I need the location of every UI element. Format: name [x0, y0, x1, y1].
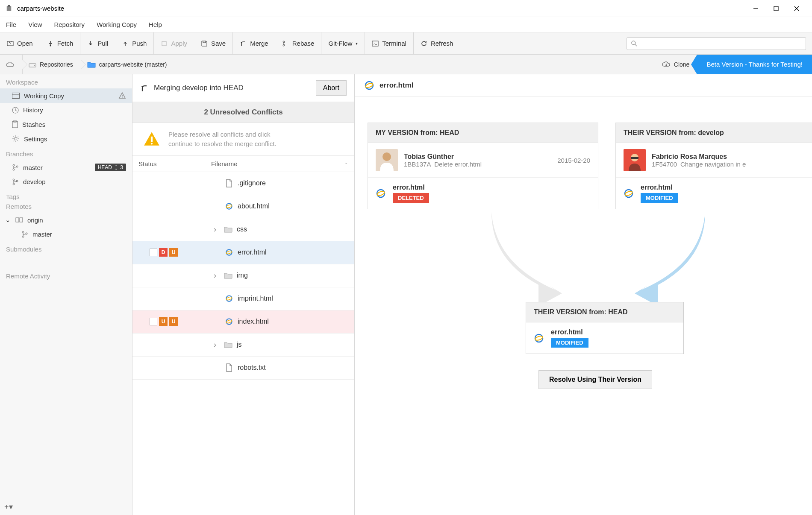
apply-button[interactable]: Apply — [154, 32, 194, 54]
sidebar-item-settings[interactable]: Settings — [0, 132, 132, 146]
compare-area: MY VERSION from: HEAD Tobias Günther 1BB… — [355, 97, 812, 515]
sidebar-item-stashes[interactable]: Stashes — [0, 117, 132, 132]
their-version-commit[interactable]: Fabricio Rosa Marques 1F54700 Change nav… — [616, 143, 812, 178]
ie-icon — [376, 188, 386, 199]
file-row[interactable]: js — [132, 334, 354, 357]
menu-working-copy[interactable]: Working Copy — [97, 21, 137, 28]
chevron-down-icon[interactable]: ⌄ — [5, 216, 11, 224]
svg-point-23 — [15, 138, 17, 140]
file-row[interactable]: DUerror.html — [132, 241, 354, 264]
ie-icon — [225, 294, 233, 303]
sidebar-item-history[interactable]: History — [0, 103, 132, 117]
toolbar-search — [621, 32, 812, 54]
checkbox[interactable] — [150, 249, 157, 256]
clock-icon — [12, 107, 19, 114]
svg-point-10 — [283, 44, 285, 46]
gitflow-button[interactable]: Git-Flow▾ — [321, 32, 365, 54]
menu-file[interactable]: File — [6, 21, 16, 28]
file-name: index.html — [238, 318, 269, 325]
modified-badge: MODIFIED — [641, 193, 678, 203]
svg-point-15 — [34, 65, 35, 66]
svg-rect-3 — [774, 6, 778, 11]
sidebar-branch-develop[interactable]: develop — [0, 175, 132, 189]
sidebar-remote-origin[interactable]: ⌄origin — [0, 213, 132, 227]
th-filename[interactable]: Filename⌄ — [205, 156, 354, 172]
svg-rect-0 — [7, 6, 12, 11]
sidebar: Workspace Working Copy History Stashes S… — [0, 74, 132, 515]
file-name: robots.txt — [238, 364, 266, 372]
menu-help[interactable]: Help — [149, 21, 162, 28]
rebase-button[interactable]: Rebase — [275, 32, 322, 54]
file-icon — [225, 363, 233, 372]
clone-button[interactable]: Clone — [654, 55, 697, 74]
svg-point-48 — [382, 152, 391, 161]
file-row[interactable]: css — [132, 218, 354, 241]
open-button[interactable]: Open — [0, 32, 40, 54]
file-row[interactable]: imprint.html — [132, 287, 354, 310]
sidebar-section-tags: Tags — [0, 189, 132, 203]
push-button[interactable]: Push — [115, 32, 154, 54]
crumb-cloud[interactable] — [0, 55, 23, 74]
file-name: imprint.html — [238, 295, 273, 302]
checkbox[interactable] — [150, 318, 157, 325]
merge-button[interactable]: Merge — [233, 32, 275, 54]
th-status[interactable]: Status — [132, 156, 205, 172]
menu-view[interactable]: View — [28, 21, 42, 28]
file-row[interactable]: .gitignore — [132, 172, 354, 195]
head-badge: HEAD⭥ 3 — [95, 164, 126, 171]
search-box[interactable] — [627, 37, 806, 50]
sidebar-branch-master[interactable]: master HEAD⭥ 3 — [0, 160, 132, 175]
fetch-button[interactable]: Fetch — [40, 32, 81, 54]
add-button[interactable]: +▾ — [4, 502, 13, 512]
file-row[interactable]: about.html — [132, 195, 354, 218]
folder-icon — [224, 340, 232, 349]
menu-repository[interactable]: Repository — [54, 21, 85, 28]
crumb-project[interactable]: carparts-website (master) — [81, 55, 175, 74]
pull-button[interactable]: Pull — [80, 32, 115, 54]
beta-banner: Beta Version - Thanks for Testing! — [697, 55, 812, 74]
file-name: error.html — [238, 249, 267, 256]
result-card: THEIR VERSION from: HEAD error.htmlMODIF… — [526, 302, 684, 354]
svg-point-32 — [22, 231, 24, 233]
sidebar-item-working-copy[interactable]: Working Copy — [0, 88, 132, 103]
status-chip: U — [159, 317, 168, 326]
arrow-left — [474, 212, 568, 315]
terminal-button[interactable]: Terminal — [365, 32, 414, 54]
file-row[interactable]: UUindex.html — [132, 310, 354, 334]
file-name: .gitignore — [238, 179, 266, 187]
conflicts-banner: 2 Unresolved Conflicts — [132, 102, 354, 123]
their-author: Fabricio Rosa Marques — [652, 153, 812, 161]
fetch-icon — [47, 40, 54, 47]
ie-icon — [364, 80, 374, 91]
search-input[interactable] — [641, 40, 801, 47]
my-version-commit[interactable]: Tobias Günther 1BB137A Delete error.html… — [368, 143, 598, 178]
chevron-down-icon: ▾ — [356, 41, 358, 46]
pull-icon — [87, 40, 94, 47]
ie-icon — [225, 317, 233, 326]
chevron-right-icon — [214, 340, 220, 349]
svg-rect-31 — [20, 218, 23, 222]
alert-icon — [118, 92, 126, 99]
apply-icon — [161, 40, 168, 47]
abort-button[interactable]: Abort — [316, 80, 347, 96]
main-area: Workspace Working Copy History Stashes S… — [0, 74, 812, 515]
clipboard-icon — [12, 120, 18, 128]
maximize-button[interactable] — [766, 2, 786, 15]
svg-rect-16 — [12, 93, 20, 99]
svg-rect-1 — [8, 5, 10, 6]
their-version-file: error.htmlMODIFIED — [616, 178, 812, 209]
sidebar-remote-branch-master[interactable]: master — [0, 227, 132, 241]
folder-icon — [224, 271, 232, 280]
refresh-button[interactable]: Refresh — [414, 32, 461, 54]
file-row[interactable]: img — [132, 264, 354, 287]
save-button[interactable]: Save — [194, 32, 233, 54]
svg-point-7 — [50, 45, 51, 46]
file-row[interactable]: robots.txt — [132, 357, 354, 380]
crumb-repos[interactable]: Repositories — [23, 55, 81, 74]
merge-header: Merging develop into HEAD Abort — [132, 74, 354, 102]
result-title: THEIR VERSION from: HEAD — [526, 302, 683, 322]
minimize-button[interactable] — [745, 2, 766, 15]
resolve-button[interactable]: Resolve Using Their Version — [538, 370, 652, 389]
right-panel: error.html MY VERSION from: HEAD Tobias … — [355, 74, 812, 515]
close-button[interactable] — [786, 2, 807, 15]
